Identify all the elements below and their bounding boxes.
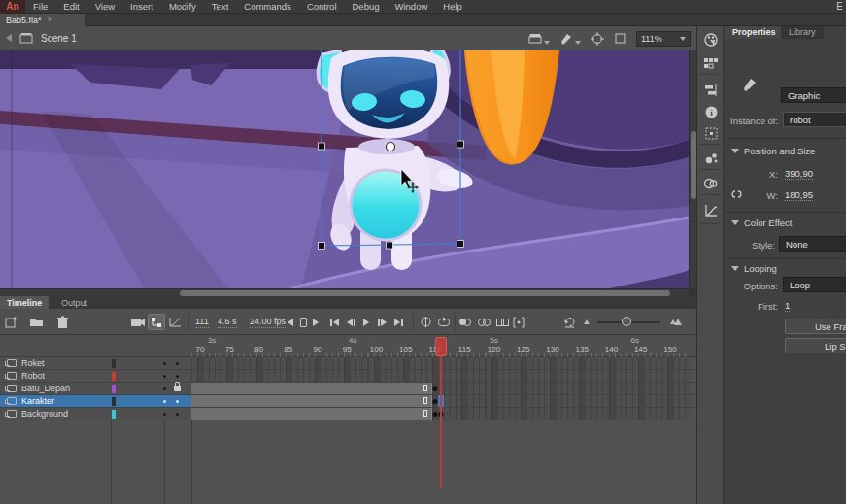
tab-library[interactable]: Library — [781, 24, 824, 39]
frame-span[interactable] — [191, 408, 432, 420]
x-value-field[interactable]: 390,90 — [785, 168, 813, 180]
layer-name-cell[interactable]: Robot — [0, 370, 191, 382]
menu-window[interactable]: Window — [388, 0, 436, 14]
section-position-size[interactable]: Position and Size — [731, 146, 815, 156]
document-tab[interactable]: Bab5.fla* × — [0, 14, 85, 26]
menu-commands[interactable]: Commands — [236, 0, 299, 14]
timeline-layer-row-karakter[interactable]: Karakter — [0, 395, 696, 408]
menu-text[interactable]: Text — [204, 0, 236, 14]
go-to-first-frame-button[interactable] — [330, 314, 339, 330]
clip-content-icon[interactable] — [614, 32, 626, 45]
layer-lock-dot[interactable] — [176, 375, 179, 378]
align-panel-icon[interactable] — [697, 80, 725, 101]
menu-control[interactable]: Control — [299, 0, 345, 14]
brush-library-panel-icon[interactable] — [697, 148, 725, 169]
frame-ruler[interactable]: 7075808590951001051101151201251301351401… — [0, 335, 696, 357]
layer-lock-dot[interactable] — [176, 400, 179, 403]
timeline-layer-row-batu_depan[interactable]: Batu_Depan — [0, 383, 696, 395]
center-frame-button[interactable] — [420, 314, 432, 330]
layer-visibility-dot[interactable] — [163, 362, 166, 365]
back-arrow-icon[interactable] — [6, 34, 12, 42]
symbol-type-select[interactable]: Graphic — [781, 87, 846, 103]
onion-skin-outlines-button[interactable] — [478, 314, 491, 330]
next-frame-button[interactable] — [378, 314, 387, 330]
instance-of-field[interactable]: robot — [783, 112, 846, 127]
new-folder-button[interactable] — [29, 314, 44, 330]
frame-rate-field[interactable]: 24.00 fps — [250, 317, 286, 328]
motion-editor-panel-icon[interactable] — [697, 200, 725, 221]
keyframe-110[interactable] — [433, 386, 438, 391]
layer-outline-color[interactable] — [112, 410, 116, 419]
tab-properties[interactable]: Properties — [725, 24, 784, 39]
timeline-layer-row-background[interactable]: Background — [0, 408, 696, 420]
section-color-effect[interactable]: Color Effect — [731, 218, 792, 228]
transform-panel-icon[interactable] — [697, 122, 725, 144]
keyframe-110[interactable] — [433, 399, 438, 404]
frame-span[interactable] — [191, 383, 432, 394]
timeline-tab-output[interactable]: Output — [54, 296, 94, 309]
edit-scene-icon[interactable] — [528, 32, 550, 45]
use-frame-picker-button[interactable]: Use Fra — [785, 319, 846, 334]
menu-view[interactable]: View — [87, 0, 122, 14]
previous-frame-button[interactable] — [347, 314, 355, 330]
w-value-field[interactable]: 180,95 — [785, 189, 813, 201]
menu-debug[interactable]: Debug — [345, 0, 388, 14]
section-looping[interactable]: Looping — [731, 263, 777, 274]
onion-skin-button[interactable] — [459, 314, 471, 330]
delete-layer-button[interactable] — [56, 314, 69, 330]
step-back-button[interactable] — [288, 314, 293, 330]
color-panel-icon[interactable] — [697, 29, 725, 50]
layer-visibility-dot[interactable] — [163, 387, 166, 390]
timeline-zoom-knob[interactable] — [622, 317, 631, 326]
new-layer-button[interactable] — [4, 314, 17, 330]
layer-lock-dot[interactable] — [176, 413, 179, 416]
stage-zoom-select[interactable]: 111% — [636, 31, 691, 47]
menu-help[interactable]: Help — [435, 0, 470, 14]
modify-markers-button[interactable] — [513, 314, 525, 330]
edit-multiple-frames-button[interactable] — [496, 314, 509, 330]
menu-file[interactable]: File — [25, 0, 55, 14]
info-panel-icon[interactable]: i — [697, 101, 725, 122]
layer-visibility-dot[interactable] — [163, 400, 166, 403]
layer-outline-color[interactable] — [112, 359, 116, 368]
layer-outline-color[interactable] — [112, 397, 116, 406]
show-parenting-view-button[interactable] — [148, 314, 165, 330]
current-frame-field[interactable]: 111 — [195, 317, 209, 328]
timeline-layer-row-roket[interactable]: Roket — [0, 357, 696, 370]
layer-outline-color[interactable] — [112, 372, 116, 381]
first-frame-field[interactable]: 1 — [785, 300, 790, 312]
menu-edit[interactable]: Edit — [55, 0, 86, 14]
layer-name-cell[interactable]: Background — [0, 408, 191, 420]
play-button[interactable] — [363, 314, 369, 330]
keyframe-110[interactable] — [433, 412, 438, 417]
workspace-switcher[interactable]: E — [836, 0, 843, 14]
lip-syncing-button[interactable]: Lip S — [785, 338, 846, 353]
zoom-in-frames-icon[interactable] — [670, 314, 682, 330]
layer-visibility-dot[interactable] — [163, 375, 166, 378]
loop-playback-button[interactable] — [437, 314, 451, 330]
stage-canvas[interactable] — [0, 50, 696, 296]
reset-timeline-zoom-button[interactable] — [563, 314, 576, 330]
layer-visibility-dot[interactable] — [163, 413, 166, 416]
edit-symbols-icon[interactable] — [559, 32, 581, 45]
center-stage-icon[interactable] — [591, 32, 604, 46]
add-camera-button[interactable] — [130, 314, 146, 330]
timeline-layer-row-robot[interactable]: Robot — [0, 370, 696, 383]
close-icon[interactable]: × — [48, 16, 52, 24]
cc-libraries-panel-icon[interactable] — [697, 173, 725, 194]
layer-outline-color[interactable] — [112, 385, 116, 393]
style-select[interactable]: None — [779, 236, 846, 252]
menu-modify[interactable]: Modify — [161, 0, 204, 14]
layer-name-cell[interactable]: Roket — [0, 357, 191, 369]
layer-lock-dot[interactable] — [176, 362, 179, 365]
playhead-handle[interactable] — [435, 337, 447, 356]
elapsed-time-field[interactable]: 4.6 s — [218, 317, 237, 328]
go-to-last-frame-button[interactable] — [394, 314, 403, 330]
lock-icon[interactable] — [174, 386, 181, 391]
layer-name-cell[interactable]: Batu_Depan — [0, 383, 191, 394]
layer-name-cell[interactable]: Karakter — [0, 395, 191, 407]
stage-vertical-scrollbar[interactable] — [689, 50, 696, 288]
frame-span[interactable] — [191, 395, 432, 407]
timeline-tab-timeline[interactable]: Timeline — [0, 296, 49, 309]
zoom-out-frames-icon[interactable] — [584, 314, 590, 330]
